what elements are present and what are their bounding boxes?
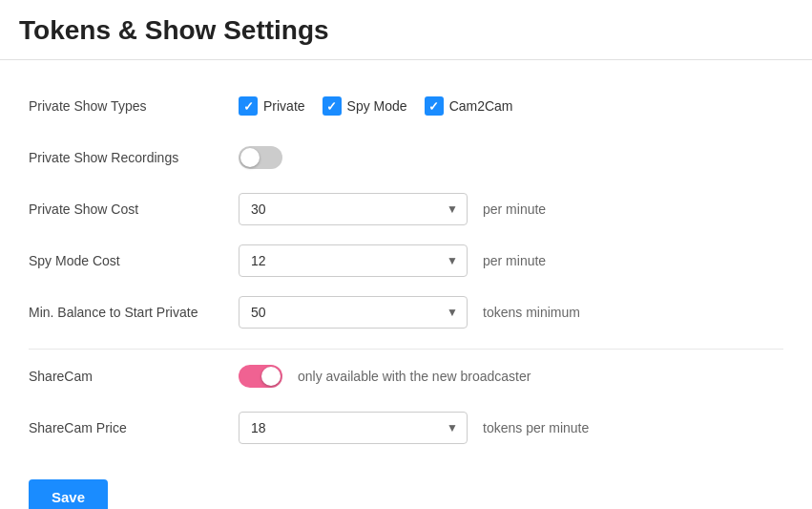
spy-cost-select-wrapper: 6 12 18 24 30 ▼ — [239, 244, 468, 277]
sharecam-toggle[interactable] — [239, 365, 282, 388]
page-title: Tokens & Show Settings — [19, 15, 793, 46]
checkbox-spy-label: Spy Mode — [347, 98, 407, 114]
spy-mode-cost-control: 6 12 18 24 30 ▼ per minute — [239, 244, 783, 277]
sharecam-row: ShareCam only available with the new bro… — [29, 359, 783, 393]
checkbox-group: ✓ Private ✓ Spy Mode ✓ — [239, 96, 513, 116]
min-balance-control: 10 20 30 40 50 60 70 80 90 100 ▼ — [239, 296, 783, 329]
sharecam-suffix: only available with the new broadcaster — [298, 369, 531, 384]
sharecam-price-select-wrapper: 6 12 18 24 30 36 42 48 ▼ — [239, 412, 468, 444]
checkbox-cam2cam[interactable]: ✓ Cam2Cam — [425, 96, 513, 116]
checkmark-cam2cam-icon: ✓ — [428, 100, 439, 113]
min-balance-select-wrapper: 10 20 30 40 50 60 70 80 90 100 ▼ — [239, 296, 468, 329]
checkbox-spy-box[interactable]: ✓ — [323, 96, 342, 116]
private-show-types-row: Private Show Types ✓ Private ✓ — [29, 89, 783, 123]
save-button-row: Save — [29, 462, 783, 509]
settings-form: Private Show Types ✓ Private ✓ — [0, 60, 812, 509]
min-balance-label: Min. Balance to Start Private — [29, 305, 239, 320]
save-button[interactable]: Save — [29, 479, 108, 509]
spy-cost-select[interactable]: 6 12 18 24 30 — [239, 244, 468, 277]
page-header: Tokens & Show Settings — [0, 0, 812, 60]
sharecam-price-control: 6 12 18 24 30 36 42 48 ▼ tokens per minu… — [239, 412, 783, 444]
private-show-recordings-label: Private Show Recordings — [29, 150, 239, 165]
checkbox-spy[interactable]: ✓ Spy Mode — [323, 96, 407, 116]
sharecam-price-label: ShareCam Price — [29, 420, 239, 435]
private-show-recordings-row: Private Show Recordings — [29, 140, 783, 175]
spy-cost-suffix: per minute — [483, 253, 546, 268]
sharecam-price-select[interactable]: 6 12 18 24 30 36 42 48 — [239, 412, 468, 444]
sharecam-price-row: ShareCam Price 6 12 18 24 30 36 42 48 — [29, 411, 783, 445]
checkbox-private-box[interactable]: ✓ — [239, 96, 258, 116]
sharecam-label: ShareCam — [29, 369, 239, 384]
private-cost-suffix: per minute — [483, 201, 546, 217]
checkbox-private[interactable]: ✓ Private — [239, 96, 305, 116]
checkbox-private-label: Private — [263, 98, 305, 114]
sharecam-toggle-thumb — [261, 367, 281, 386]
sharecam-price-suffix: tokens per minute — [483, 420, 589, 435]
min-balance-select[interactable]: 10 20 30 40 50 60 70 80 90 100 — [239, 296, 468, 329]
sharecam-control: only available with the new broadcaster — [239, 365, 783, 388]
private-show-cost-label: Private Show Cost — [29, 201, 239, 217]
checkbox-cam2cam-box[interactable]: ✓ — [425, 96, 444, 116]
private-show-types-control: ✓ Private ✓ Spy Mode ✓ — [239, 96, 783, 116]
page-container: Tokens & Show Settings Private Show Type… — [0, 0, 812, 509]
spy-mode-cost-row: Spy Mode Cost 6 12 18 24 30 ▼ per minute — [29, 244, 783, 278]
spy-mode-cost-label: Spy Mode Cost — [29, 253, 239, 268]
private-show-recordings-control — [239, 146, 783, 169]
checkbox-cam2cam-label: Cam2Cam — [449, 98, 513, 114]
min-balance-row: Min. Balance to Start Private 10 20 30 4… — [29, 295, 783, 329]
private-show-cost-row: Private Show Cost 6 12 18 24 30 36 42 48 — [29, 192, 783, 226]
private-cost-select-wrapper: 6 12 18 24 30 36 42 48 54 60 ▼ — [239, 193, 468, 225]
private-show-cost-control: 6 12 18 24 30 36 42 48 54 60 ▼ — [239, 193, 783, 225]
private-cost-select[interactable]: 6 12 18 24 30 36 42 48 54 60 — [239, 193, 468, 225]
checkmark-private-icon: ✓ — [243, 100, 254, 113]
recordings-toggle[interactable] — [239, 146, 282, 169]
checkmark-spy-icon: ✓ — [326, 100, 337, 113]
sharecam-section: ShareCam only available with the new bro… — [29, 350, 783, 509]
recordings-toggle-thumb — [240, 148, 260, 167]
min-balance-suffix: tokens minimum — [483, 305, 580, 320]
private-show-types-label: Private Show Types — [29, 98, 239, 114]
private-show-section: Private Show Types ✓ Private ✓ — [29, 79, 783, 350]
